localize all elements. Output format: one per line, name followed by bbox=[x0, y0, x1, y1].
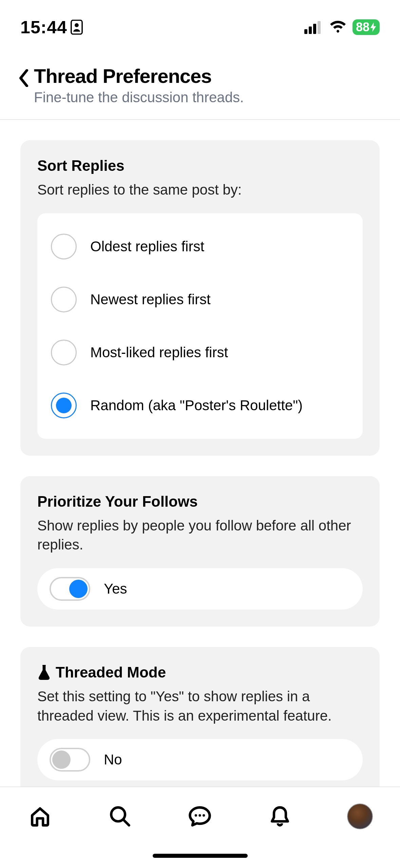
threaded-toggle-label: No bbox=[104, 752, 122, 768]
cellular-icon bbox=[304, 20, 323, 34]
svg-rect-2 bbox=[304, 29, 307, 34]
battery-indicator: 88 bbox=[353, 19, 380, 35]
svg-point-1 bbox=[75, 23, 79, 27]
prioritize-description: Show replies by people you follow before… bbox=[37, 516, 363, 555]
person-card-icon bbox=[71, 20, 83, 35]
bottom-nav bbox=[0, 786, 400, 868]
radio-indicator bbox=[51, 393, 77, 418]
nav-chat[interactable] bbox=[186, 803, 213, 830]
nav-notifications[interactable] bbox=[266, 803, 293, 830]
threaded-title: Threaded Mode bbox=[37, 664, 363, 681]
svg-rect-4 bbox=[313, 24, 316, 34]
sort-option-newest[interactable]: Newest replies first bbox=[37, 273, 363, 326]
status-bar: 15:44 88 bbox=[0, 0, 400, 48]
home-icon bbox=[28, 804, 52, 828]
radio-label: Oldest replies first bbox=[90, 238, 204, 255]
svg-line-7 bbox=[123, 820, 129, 825]
svg-point-8 bbox=[195, 814, 197, 816]
svg-point-9 bbox=[199, 814, 201, 816]
bell-icon bbox=[268, 804, 292, 828]
nav-profile[interactable] bbox=[346, 803, 374, 830]
prioritize-toggle-row: Yes bbox=[37, 568, 363, 610]
chevron-left-icon bbox=[18, 69, 29, 87]
sort-option-random[interactable]: Random (aka "Poster's Roulette") bbox=[37, 379, 363, 432]
radio-indicator bbox=[51, 234, 77, 259]
chat-icon bbox=[188, 804, 212, 828]
sort-option-most-liked[interactable]: Most-liked replies first bbox=[37, 326, 363, 379]
sort-replies-title: Sort Replies bbox=[37, 157, 363, 174]
bolt-icon bbox=[370, 22, 376, 32]
nav-home[interactable] bbox=[26, 803, 54, 830]
radio-label: Newest replies first bbox=[90, 291, 211, 308]
threaded-toggle-row: No bbox=[37, 739, 363, 780]
header-titles: Thread Preferences Fine-tune the discuss… bbox=[34, 65, 386, 106]
threaded-title-text: Threaded Mode bbox=[56, 664, 166, 681]
prioritize-follows-card: Prioritize Your Follows Show replies by … bbox=[20, 476, 380, 627]
threaded-description: Set this setting to "Yes" to show replie… bbox=[37, 687, 363, 725]
radio-label: Most-liked replies first bbox=[90, 344, 228, 361]
home-indicator bbox=[153, 854, 248, 858]
sort-replies-card: Sort Replies Sort replies to the same po… bbox=[20, 140, 380, 456]
radio-indicator bbox=[51, 287, 77, 312]
threaded-toggle[interactable] bbox=[50, 748, 90, 772]
svg-rect-3 bbox=[309, 26, 312, 34]
radio-indicator bbox=[51, 340, 77, 365]
status-time: 15:44 bbox=[20, 17, 83, 37]
flask-icon bbox=[37, 664, 51, 681]
page-header: Thread Preferences Fine-tune the discuss… bbox=[0, 48, 400, 120]
page-title: Thread Preferences bbox=[34, 65, 386, 87]
battery-percent: 88 bbox=[356, 20, 369, 34]
search-icon bbox=[108, 804, 132, 828]
sort-option-oldest[interactable]: Oldest replies first bbox=[37, 220, 363, 273]
radio-label: Random (aka "Poster's Roulette") bbox=[90, 397, 303, 414]
content: Sort Replies Sort replies to the same po… bbox=[0, 120, 400, 818]
sort-replies-radio-group: Oldest replies first Newest replies firs… bbox=[37, 213, 363, 439]
prioritize-title: Prioritize Your Follows bbox=[37, 493, 363, 510]
avatar bbox=[347, 803, 373, 829]
page-subtitle: Fine-tune the discussion threads. bbox=[34, 89, 386, 106]
threaded-mode-card: Threaded Mode Set this setting to "Yes" … bbox=[20, 647, 380, 797]
back-button[interactable] bbox=[14, 65, 34, 87]
svg-point-10 bbox=[203, 814, 205, 816]
status-icons: 88 bbox=[304, 19, 380, 35]
prioritize-toggle[interactable] bbox=[50, 577, 90, 601]
prioritize-toggle-label: Yes bbox=[104, 581, 127, 597]
sort-replies-description: Sort replies to the same post by: bbox=[37, 180, 363, 200]
svg-rect-5 bbox=[318, 21, 321, 34]
status-time-text: 15:44 bbox=[20, 17, 67, 37]
nav-search[interactable] bbox=[107, 803, 134, 830]
wifi-icon bbox=[329, 20, 347, 34]
